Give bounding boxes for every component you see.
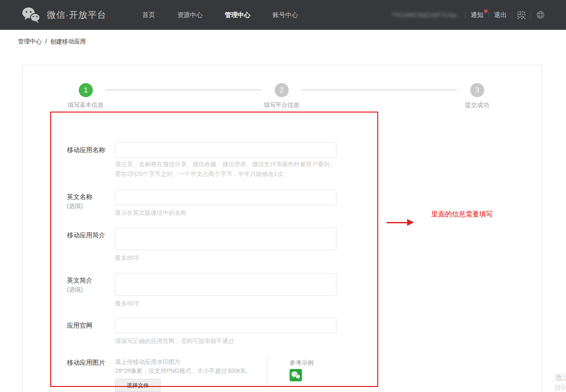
globe-language-icon[interactable] [536, 11, 545, 19]
website-input[interactable] [115, 318, 336, 333]
main-nav: 首页 资源中心 管理中心 账号中心 [131, 11, 309, 19]
choose-file-button[interactable]: 选择文件 [115, 379, 161, 392]
annotation-arrow [387, 222, 408, 223]
breadcrumb-current: 创建移动应用 [50, 38, 86, 45]
breadcrumb-parent[interactable]: 管理中心 [18, 38, 42, 45]
wechat-sample-icon [290, 369, 302, 381]
field-label-app-intro: 移动应用简介 [67, 231, 105, 239]
optional-tag: (选填) [67, 202, 83, 210]
divider [465, 12, 465, 18]
english-name-input[interactable] [115, 190, 336, 205]
field-label-app-name: 移动应用名称 [67, 146, 105, 154]
upload-instruction-line2: 28*28像素，仅支持PNG格式，大小不超过300KB。 [115, 367, 251, 375]
sample-label: 参考示例 [290, 359, 313, 367]
qr-code-icon[interactable] [517, 11, 526, 19]
english-intro-hint: 最多80字 [115, 299, 338, 308]
english-intro-textarea[interactable] [115, 273, 336, 296]
nav-item-home[interactable]: 首页 [142, 11, 155, 19]
username-masked[interactable]: TH14MC68Z49FJ14a... [392, 12, 460, 18]
english-name-hint: 显示在英文版微信中的名称 [115, 208, 338, 218]
divider [512, 12, 512, 18]
field-label-english-intro: 英文简介 [67, 277, 92, 285]
field-label-english-name: 英文名称 [67, 193, 92, 201]
nav-item-account[interactable]: 账号中心 [273, 11, 298, 19]
top-navigation-bar: 微信·开放平台 首页 资源中心 管理中心 账号中心 TH14MC68Z49FJ1… [0, 0, 566, 30]
app-intro-hint: 最多80字 [115, 253, 338, 263]
annotation-text: 里面的信息需要填写 [431, 210, 493, 219]
step-connector [302, 89, 457, 90]
step-1-label: 填写基本信息 [43, 101, 128, 109]
app-intro-textarea[interactable] [115, 228, 336, 250]
divider [488, 12, 489, 18]
upload-instruction-line1: 请上传移动应用水印图片 [115, 358, 181, 366]
logo[interactable]: 微信·开放平台 [21, 6, 106, 23]
breadcrumb: 管理中心 / 创建移动应用 [18, 38, 88, 46]
step-connector [106, 89, 261, 90]
step-2-circle: 2 [275, 83, 289, 97]
step-3-number: 3 [475, 86, 479, 95]
step-2-number: 2 [280, 86, 284, 95]
page: 微信·开放平台 首页 资源中心 管理中心 账号中心 TH14MC68Z49FJ1… [0, 0, 566, 392]
step-2-label: 填写平台信息 [239, 101, 324, 109]
watermark-line2: 转到 [555, 384, 566, 392]
annotation-arrow-head [407, 219, 414, 226]
website-hint: 请填写正确的应用官网，否则可能审核不通过 [115, 336, 338, 346]
notification-dot [484, 9, 488, 13]
app-name-hint: 请注意，名称将在微信分享、微信收藏、微信登录、微信支付等操作时被用户看到，需在2… [115, 159, 338, 179]
nav-item-management[interactable]: 管理中心 [225, 11, 250, 19]
logout-link[interactable]: 退出 [494, 11, 507, 19]
app-name-input[interactable] [115, 142, 336, 158]
field-label-website: 应用官网 [67, 322, 92, 330]
step-1-circle: 1 [79, 83, 93, 97]
step-3-circle: 3 [470, 83, 484, 97]
step-3-label: 提交成功 [434, 101, 520, 109]
nav-item-resources[interactable]: 资源中心 [177, 11, 203, 19]
wechat-logo-icon [21, 6, 41, 23]
divider [531, 12, 531, 18]
notifications-link[interactable]: 通知 [471, 11, 483, 19]
notifications-label: 通知 [471, 11, 483, 18]
vertical-divider [267, 357, 268, 386]
step-1-number: 1 [84, 86, 88, 95]
account-area: TH14MC68Z49FJ14a... 通知 退出 [392, 0, 545, 30]
site-title: 微信·开放平台 [47, 9, 106, 21]
watermark-line1: 激活 [555, 372, 566, 383]
optional-tag: (选填) [67, 286, 83, 294]
field-label-app-image: 移动应用图片 [67, 359, 105, 367]
breadcrumb-separator: / [45, 38, 47, 45]
